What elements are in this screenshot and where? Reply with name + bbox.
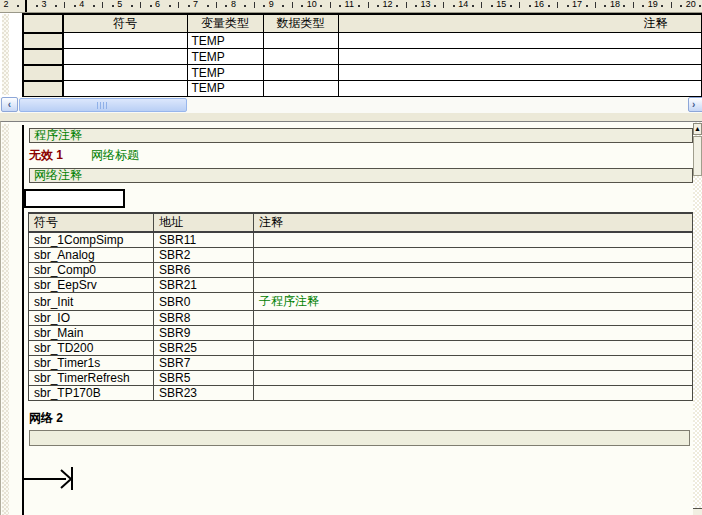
- address-cell[interactable]: SBR5: [154, 371, 254, 386]
- ruler-mid-tick: [633, 2, 634, 8]
- symbol-cell[interactable]: sbr_Timer1s: [29, 356, 154, 371]
- address-cell[interactable]: SBR23: [154, 386, 254, 401]
- ruler-mid-tick: [406, 2, 407, 8]
- ruler-number: 8: [231, 0, 236, 9]
- row-header[interactable]: [23, 33, 63, 49]
- address-cell[interactable]: SBR6: [154, 263, 254, 278]
- address-cell[interactable]: SBR0: [154, 293, 254, 311]
- comment-cell[interactable]: [254, 248, 693, 263]
- network-title-label[interactable]: 网络标题: [91, 147, 139, 164]
- ruler-minor-tick: [207, 5, 209, 7]
- comment-cell[interactable]: [254, 371, 693, 386]
- scroll-down-button[interactable]: [693, 508, 702, 515]
- address-cell[interactable]: SBR11: [154, 232, 254, 248]
- horizontal-scroll-thumb[interactable]: [19, 98, 187, 112]
- row-header[interactable]: [23, 81, 63, 97]
- data-type-cell[interactable]: [263, 49, 338, 65]
- ruler-mid-tick: [481, 2, 482, 8]
- symbol-cell[interactable]: sbr_Comp0: [29, 263, 154, 278]
- symbol-cell[interactable]: sbr_TP170B: [29, 386, 154, 401]
- scroll-thumb-grip-icon: [97, 102, 109, 109]
- var-type-cell[interactable]: TEMP: [187, 33, 263, 49]
- comment-cell[interactable]: [338, 81, 702, 97]
- ruler-number: 7: [193, 0, 198, 9]
- ruler-minor-tick: [93, 5, 95, 7]
- ruler-minor-tick: [263, 5, 265, 7]
- table-row: sbr_Init SBR0 子程序注释: [29, 293, 693, 311]
- symbol-cell[interactable]: [63, 65, 187, 81]
- col-header-symbol[interactable]: 符号: [63, 14, 187, 33]
- ruler-minor-tick: [699, 5, 701, 7]
- address-cell[interactable]: SBR25: [154, 341, 254, 356]
- comment-cell[interactable]: [254, 356, 693, 371]
- comment-cell[interactable]: [338, 65, 702, 81]
- address-cell[interactable]: SBR7: [154, 356, 254, 371]
- panel-divider[interactable]: [0, 113, 702, 121]
- symbol-cell[interactable]: sbr_Init: [29, 293, 154, 311]
- comment-cell[interactable]: 子程序注释: [254, 293, 693, 311]
- ruler-number: 5: [117, 0, 122, 9]
- ruler-minor-tick: [680, 5, 682, 7]
- symbol-cell[interactable]: sbr_Analog: [29, 248, 154, 263]
- symbol-cell[interactable]: sbr_Main: [29, 326, 154, 341]
- symbol-cell[interactable]: sbr_EepSrv: [29, 278, 154, 293]
- row-header[interactable]: [23, 65, 63, 81]
- scroll-right-icon: ›: [692, 99, 695, 110]
- ruler-mid-tick: [671, 2, 672, 8]
- network2-title-bar[interactable]: [29, 430, 690, 446]
- data-type-cell[interactable]: [263, 65, 338, 81]
- ruler-number: 14: [458, 0, 468, 9]
- symbol-cell[interactable]: sbr_TimerRefresh: [29, 371, 154, 386]
- editor-selection-box[interactable]: [24, 189, 125, 208]
- scroll-right-button[interactable]: ›: [688, 97, 702, 112]
- vertical-scroll-thumb[interactable]: [693, 136, 702, 176]
- address-cell[interactable]: SBR8: [154, 311, 254, 326]
- symbol-cell[interactable]: sbr_1CompSimp: [29, 232, 154, 248]
- var-type-cell[interactable]: TEMP: [187, 65, 263, 81]
- col-header-var-type[interactable]: 变量类型: [187, 14, 263, 33]
- var-type-cell[interactable]: TEMP: [187, 81, 263, 97]
- horizontal-scrollbar[interactable]: ‹ ›: [0, 97, 702, 113]
- comment-cell[interactable]: [254, 341, 693, 356]
- ruler-minor-tick: [244, 5, 246, 7]
- ruler-mid-tick: [102, 2, 103, 8]
- comment-cell[interactable]: [254, 326, 693, 341]
- comment-cell[interactable]: [338, 49, 702, 65]
- comment-cell[interactable]: [254, 278, 693, 293]
- comment-cell[interactable]: [338, 33, 702, 49]
- symbol-cell[interactable]: sbr_IO: [29, 311, 154, 326]
- comment-cell[interactable]: [254, 263, 693, 278]
- ruler-minor-tick: [150, 5, 152, 7]
- ruler-minor-tick: [112, 5, 114, 7]
- symbol-cell[interactable]: [63, 33, 187, 49]
- vertical-scrollbar[interactable]: ▲: [693, 122, 702, 515]
- ruler-mid-tick: [368, 2, 369, 8]
- row-header[interactable]: [23, 49, 63, 65]
- col-header-address: 地址: [154, 213, 254, 232]
- network-comment-label: 网络注释: [34, 168, 82, 182]
- symbol-cell[interactable]: [63, 49, 187, 65]
- scroll-left-button[interactable]: ‹: [1, 97, 18, 112]
- col-header-data-type[interactable]: 数据类型: [263, 14, 338, 33]
- program-comment-box[interactable]: 程序注释: [29, 128, 693, 143]
- var-type-cell[interactable]: TEMP: [187, 49, 263, 65]
- col-header-symbol: 符号: [29, 213, 154, 232]
- address-cell[interactable]: SBR21: [154, 278, 254, 293]
- comment-cell[interactable]: [254, 386, 693, 401]
- variable-table-panel: 符号 变量类型 数据类型 注释 TEMP TEMP TEMP: [0, 13, 702, 97]
- symbol-cell[interactable]: [63, 81, 187, 97]
- comment-cell[interactable]: [254, 232, 693, 248]
- ruler-mid-tick: [64, 2, 65, 8]
- scroll-up-button[interactable]: ▲: [693, 123, 702, 135]
- address-cell[interactable]: SBR2: [154, 248, 254, 263]
- network-comment-box[interactable]: 网络注释: [29, 168, 693, 183]
- table-row: sbr_IO SBR8: [29, 311, 693, 326]
- network-header-line: 无效 1 网络标题: [29, 147, 63, 162]
- data-type-cell[interactable]: [263, 81, 338, 97]
- data-type-cell[interactable]: [263, 33, 338, 49]
- ruler-minor-tick: [396, 5, 398, 7]
- col-header-comment[interactable]: 注释: [338, 14, 702, 33]
- comment-cell[interactable]: [254, 311, 693, 326]
- symbol-cell[interactable]: sbr_TD200: [29, 341, 154, 356]
- address-cell[interactable]: SBR9: [154, 326, 254, 341]
